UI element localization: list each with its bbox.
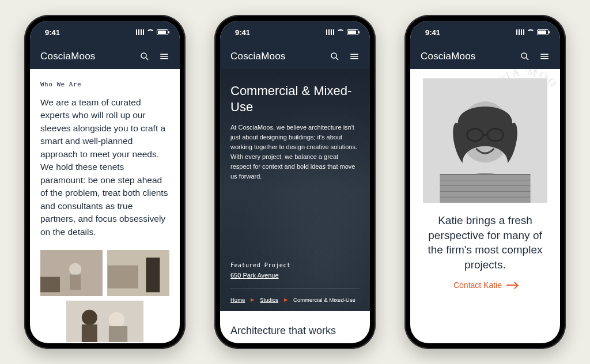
svg-line-18	[336, 58, 338, 60]
status-indicators	[136, 29, 168, 35]
svg-rect-11	[108, 266, 138, 289]
app-header: CosciaMoos	[220, 44, 370, 69]
svg-point-13	[82, 310, 97, 325]
about-copy: We are a team of curated experts who wil…	[40, 96, 169, 238]
cellular-signal-icon	[326, 29, 334, 35]
status-bar: 9:41	[410, 21, 560, 44]
team-photo	[66, 301, 143, 342]
breadcrumb-home[interactable]: Home	[230, 297, 245, 303]
app-header: CosciaMoos	[30, 44, 180, 69]
battery-icon	[157, 29, 168, 35]
svg-point-7	[69, 263, 81, 275]
svg-rect-16	[109, 326, 127, 342]
svg-rect-10	[146, 257, 160, 292]
brand-logo[interactable]: CosciaMoos	[230, 51, 286, 62]
studio-title: Commercial & Mixed-Use	[230, 83, 360, 115]
featured-project-link[interactable]: 650 Park Avenue	[230, 272, 360, 279]
wifi-icon	[146, 29, 154, 35]
breadcrumb: Home ▶ Studios ▶ Commercial & Mixed-Use	[230, 288, 360, 303]
svg-rect-6	[40, 277, 60, 293]
person-quote: Katie brings a fresh perspective for man…	[423, 213, 547, 272]
about-section: Who We Are We are a team of curated expe…	[30, 69, 180, 342]
svg-rect-14	[82, 325, 97, 343]
contact-person-link[interactable]: Contact Katie	[453, 280, 517, 290]
arrow-right-icon	[506, 285, 517, 286]
chevron-right-icon: ▶	[251, 297, 254, 302]
contact-person-label: Contact Katie	[453, 280, 502, 290]
about-image-row-2	[40, 301, 169, 342]
office-photo	[107, 250, 169, 296]
wifi-icon	[336, 29, 345, 35]
battery-icon	[347, 29, 358, 35]
menu-icon[interactable]	[539, 51, 550, 62]
menu-icon[interactable]	[159, 51, 169, 62]
svg-line-1	[146, 58, 148, 60]
status-bar: 9:41	[30, 21, 180, 44]
section-eyebrow: Who We Are	[40, 81, 169, 88]
person-section: OSCIA MOO	[410, 69, 560, 290]
studio-description: At CosciaMoos, we believe architecture i…	[230, 123, 360, 181]
status-bar: 9:41	[220, 21, 370, 44]
svg-line-29	[514, 69, 515, 74]
phone-mockup-about: 9:41 CosciaMoos Who We Are We are a team…	[24, 15, 186, 349]
svg-point-17	[331, 53, 336, 58]
featured-label: Featured Project	[230, 262, 360, 268]
status-time: 9:41	[425, 28, 440, 37]
search-icon[interactable]	[520, 51, 530, 62]
studio-hero: Commercial & Mixed-Use At CosciaMoos, we…	[220, 69, 370, 311]
svg-point-15	[109, 312, 124, 328]
app-header: CosciaMoos	[410, 44, 560, 69]
status-indicators	[516, 29, 549, 35]
section-headline: Architecture that works	[220, 311, 370, 343]
status-time: 9:41	[235, 28, 250, 37]
phone-mockup-person: 9:41 CosciaMoos OSCIA MO	[404, 15, 566, 349]
svg-line-23	[526, 58, 528, 60]
svg-line-31	[536, 69, 537, 74]
wifi-icon	[527, 29, 535, 35]
breadcrumb-studios[interactable]: Studios	[260, 297, 278, 303]
svg-point-22	[521, 53, 527, 58]
chevron-right-icon: ▶	[284, 297, 288, 302]
office-photo	[40, 250, 103, 296]
svg-rect-38	[440, 175, 530, 203]
person-portrait	[423, 78, 547, 203]
cellular-signal-icon	[136, 29, 144, 35]
breadcrumb-current: Commercial & Mixed-Use	[293, 297, 355, 303]
brand-logo[interactable]: CosciaMoos	[40, 51, 96, 62]
svg-point-0	[141, 53, 146, 58]
phone-mockup-studio: 9:41 CosciaMoos Commercial & Mixed-Use	[214, 15, 376, 349]
brand-logo[interactable]: CosciaMoos	[421, 51, 476, 62]
battery-icon	[537, 29, 549, 35]
about-image-row	[40, 250, 169, 296]
cellular-signal-icon	[516, 29, 524, 35]
svg-rect-8	[70, 275, 81, 290]
status-time: 9:41	[45, 28, 60, 37]
svg-rect-12	[66, 301, 143, 342]
studio-title-text: Commercial & Mixed-Use	[230, 84, 351, 114]
search-icon[interactable]	[330, 51, 340, 62]
search-icon[interactable]	[139, 51, 150, 62]
status-indicators	[326, 29, 358, 35]
featured-project: Featured Project 650 Park Avenue	[230, 262, 360, 279]
menu-icon[interactable]	[349, 51, 360, 62]
